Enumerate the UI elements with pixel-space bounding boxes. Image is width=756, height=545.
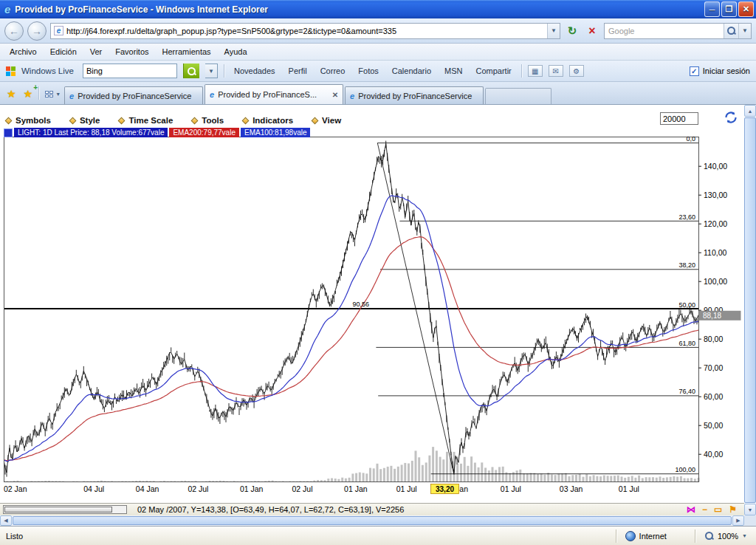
close-button[interactable]: ✕ [738, 1, 754, 17]
sign-in-button[interactable]: ✓ Iniciar sesión [690, 66, 750, 76]
horizontal-scrollbar[interactable]: ◀ ▶ [0, 515, 744, 526]
security-zone[interactable]: Internet [622, 531, 689, 541]
chart-menu-style[interactable]: Style [70, 116, 100, 125]
price-chart[interactable]: 140,00130,00120,00110,00100,0090,0080,00… [4, 137, 742, 497]
svg-text:70,00: 70,00 [704, 363, 723, 372]
price-info-label: LIGHT: 1D Last Price: 88,18 Volume:677va… [14, 128, 168, 137]
stop-button[interactable]: × [584, 23, 600, 39]
search-box[interactable]: ▼ [604, 23, 752, 39]
page-content: Symbols Style Time Scale Tools Indicator… [0, 105, 756, 526]
windows-live-logo-icon [6, 66, 16, 76]
menu-edicion[interactable]: Edición [44, 45, 83, 58]
chart-refresh-icon[interactable] [724, 110, 738, 125]
chart-time-scrollbar[interactable] [3, 505, 127, 514]
svg-text:02 Jul: 02 Jul [292, 484, 313, 493]
vertical-scrollbar-thumb[interactable] [744, 117, 756, 503]
bing-search-button[interactable] [183, 64, 199, 78]
refresh-button[interactable]: ↻ [564, 23, 580, 39]
bing-search-input[interactable] [83, 66, 176, 75]
menu-bar: Archivo Edición Ver Favoritos Herramient… [0, 44, 756, 61]
ie-window: { "window": { "title": "Provided by ProF… [0, 0, 756, 545]
ie-logo-icon: e [4, 3, 10, 16]
period-icon[interactable] [4, 128, 13, 137]
tab-label: Provided by ProFinanceService [358, 92, 478, 100]
link-perfil[interactable]: Perfil [285, 66, 311, 75]
scroll-left-icon[interactable]: ◀ [0, 515, 12, 526]
tab-1[interactable]: e Provided by ProFinanceService [64, 86, 203, 104]
address-bar[interactable]: e ▼ [50, 23, 560, 39]
minimize-panel-icon[interactable]: − [702, 504, 707, 515]
quick-tabs-button[interactable]: ▼ [42, 85, 63, 103]
menu-ver[interactable]: Ver [83, 45, 109, 58]
search-go-button[interactable] [724, 24, 738, 38]
menu-diamond-icon [5, 117, 13, 124]
back-button[interactable]: ← [4, 21, 24, 41]
address-dropdown-icon[interactable]: ▼ [547, 24, 560, 38]
forward-button[interactable]: → [27, 21, 47, 41]
svg-text:61,80: 61,80 [678, 340, 695, 347]
new-tab-stub[interactable] [485, 88, 551, 104]
link-compartir[interactable]: Compartir [472, 66, 515, 75]
link-correo[interactable]: Correo [317, 66, 349, 75]
menu-ayuda[interactable]: Ayuda [218, 45, 254, 58]
tab-3[interactable]: e Provided by ProFinanceService [345, 86, 484, 104]
settings-icon[interactable]: ⚙ [569, 65, 584, 77]
svg-text:03 Jan: 03 Jan [560, 484, 583, 493]
tab-bar: ★ ★+ ▼ e Provided by ProFinanceService e… [0, 82, 756, 105]
restore-panel-icon[interactable]: ▭ [714, 504, 722, 515]
toolbar-separator [38, 86, 39, 100]
minimize-button[interactable]: ─ [704, 1, 720, 17]
mail-icon[interactable]: ✉ [549, 65, 563, 77]
menu-herramientas[interactable]: Herramientas [156, 45, 218, 58]
svg-text:130,00: 130,00 [704, 191, 727, 199]
svg-text:01 Jan: 01 Jan [344, 484, 368, 493]
search-input[interactable] [605, 27, 724, 35]
search-provider-dropdown-icon[interactable]: ▼ [738, 24, 751, 38]
link-fotos[interactable]: Fotos [354, 66, 382, 75]
favorites-center-button[interactable]: ★ [4, 85, 19, 103]
scroll-up-icon[interactable]: ▲ [744, 105, 756, 117]
zoom-control[interactable]: 100% ▼ [701, 531, 750, 541]
svg-text:23,60: 23,60 [678, 213, 695, 221]
status-bar: Listo Internet 100% ▼ [0, 526, 756, 545]
scroll-right-icon[interactable]: ▶ [732, 515, 744, 526]
amount-input[interactable] [660, 112, 698, 125]
chart-menu-time-scale[interactable]: Time Scale [119, 116, 173, 125]
chart-menu-tools[interactable]: Tools [192, 116, 224, 125]
svg-text:40,00: 40,00 [704, 450, 723, 459]
tab-2-active[interactable]: e Provided by ProFinanceS... ✕ [205, 84, 343, 104]
maximize-button[interactable]: ❐ [721, 1, 737, 17]
chart-menu-symbols[interactable]: Symbols [6, 116, 51, 125]
star-icon: ★ [7, 88, 16, 100]
svg-text:80,00: 80,00 [704, 335, 723, 343]
address-input[interactable] [63, 27, 547, 35]
chart-area[interactable]: LIGHT: 1D Last Price: 88,18 Volume:677va… [0, 127, 744, 503]
flag-icon[interactable]: ⚑ [729, 504, 737, 515]
menu-favoritos[interactable]: Favoritos [109, 45, 155, 58]
chart-time-scrollbar-thumb[interactable] [4, 507, 112, 513]
bing-search-box[interactable] [83, 64, 177, 78]
bing-dropdown-icon[interactable]: ▼ [205, 64, 218, 78]
page-favicon-icon: e [54, 26, 63, 35]
windows-live-label[interactable]: Windows Live [21, 66, 74, 75]
x-axis-labels: 02 Jan04 Jul04 Jan02 Jul01 Jan02 Jul01 J… [4, 484, 639, 494]
tab-close-icon[interactable]: ✕ [332, 91, 338, 99]
svg-text:76,40: 76,40 [678, 388, 695, 395]
horizontal-scrollbar-thumb[interactable] [13, 516, 732, 525]
scroll-down-icon[interactable]: ▼ [744, 504, 756, 515]
scrollbar-corner [744, 515, 756, 526]
link-novedades[interactable]: Novedades [230, 66, 279, 75]
quick-tabs-icon [45, 91, 53, 97]
crosshair-tool-icon[interactable]: ⋈ [687, 504, 695, 515]
menu-diamond-icon [242, 117, 250, 124]
photo-icon[interactable]: ▦ [528, 65, 543, 77]
chart-menu-view[interactable]: View [312, 116, 341, 125]
svg-text:0,0: 0,0 [686, 137, 695, 143]
add-favorite-button[interactable]: ★+ [21, 85, 36, 103]
menu-archivo[interactable]: Archivo [3, 45, 44, 58]
zoom-dropdown-icon[interactable]: ▼ [742, 533, 747, 538]
vertical-scrollbar[interactable]: ▲ ▼ [744, 105, 756, 526]
link-msn[interactable]: MSN [441, 66, 466, 75]
chart-menu-indicators[interactable]: Indicators [243, 116, 293, 125]
link-calendario[interactable]: Calendario [388, 66, 435, 75]
